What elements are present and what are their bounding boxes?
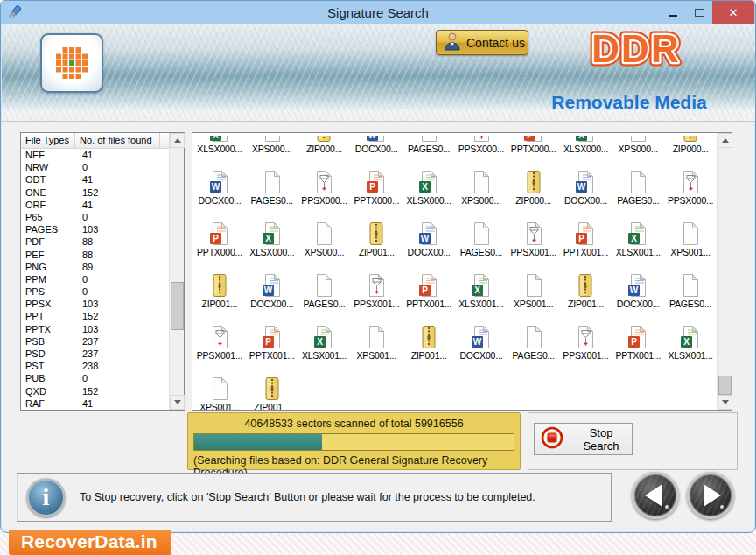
table-row: NEF41 — [21, 149, 169, 161]
file-item-ppsx[interactable]: PPSX000... — [298, 154, 351, 206]
file-item-pages[interactable]: PAGES0... — [298, 257, 351, 309]
file-item-xps[interactable]: XPS000... — [298, 206, 351, 257]
table-row: P650 — [21, 211, 169, 223]
file-item-label: XPS001... — [670, 247, 710, 257]
file-item-pages[interactable]: PAGES0... — [664, 257, 717, 309]
column-files-found[interactable]: No. of files found — [75, 133, 160, 149]
file-item-docx[interactable]: WDOCX00... — [612, 257, 664, 309]
file-item-label: ZIP000... — [515, 195, 551, 206]
file-item-xps[interactable]: XPS001... — [664, 206, 717, 257]
file-item-pptx[interactable]: PPPTX000... — [350, 154, 402, 206]
file-item-pptx[interactable]: PPPTX001... — [612, 309, 664, 361]
file-item-pptx[interactable]: PPPTX000... — [508, 133, 560, 154]
file-item-zip[interactable]: ZIP001... — [560, 257, 612, 309]
file-item-label: ZIP001... — [568, 299, 604, 309]
stop-search-button[interactable]: Stop Search — [534, 423, 633, 455]
file-item-label: PPTX001... — [564, 247, 609, 257]
docx-file-icon: W — [209, 166, 230, 194]
file-item-xlsx[interactable]: XXLSX001... — [664, 309, 717, 361]
file-item-docx[interactable]: WDOCX00... — [350, 133, 402, 154]
file-item-xps[interactable]: XPS001... — [193, 361, 246, 410]
contact-us-button[interactable]: Contact us — [436, 30, 528, 55]
file-item-xps[interactable]: XPS000... — [246, 133, 298, 154]
minimize-button[interactable] — [660, 1, 686, 24]
file-item-pptx[interactable]: PPPTX000... — [193, 206, 246, 257]
file-item-xps[interactable]: XPS000... — [455, 154, 508, 206]
file-item-xlsx[interactable]: XXLSX001... — [455, 257, 508, 309]
scrollbar-thumb[interactable] — [171, 282, 184, 330]
file-item-xlsx[interactable]: XXLSX001... — [298, 309, 351, 361]
files-found-cell: 152 — [75, 186, 160, 199]
file-item-docx[interactable]: WDOCX00... — [193, 154, 246, 206]
back-button[interactable] — [632, 472, 679, 519]
file-item-xps[interactable]: XPS000... — [612, 133, 664, 154]
file-item-pages[interactable]: PAGES0... — [455, 206, 508, 257]
scroll-down-icon[interactable] — [718, 395, 732, 410]
xps-file-icon — [471, 166, 492, 194]
file-item-pages[interactable]: PAGES0... — [402, 133, 455, 154]
file-item-zip[interactable]: ZIP000... — [298, 133, 351, 154]
zip-file-icon — [262, 373, 283, 401]
file-item-label: DOCX00... — [250, 299, 293, 309]
file-item-pages[interactable]: PAGES0... — [246, 154, 298, 206]
stop-search-label: Stop Search — [570, 426, 632, 453]
maximize-button[interactable] — [686, 1, 712, 24]
ppsx-file-icon — [575, 321, 596, 349]
scrollbar-thumb[interactable] — [718, 376, 732, 395]
file-item-xlsx[interactable]: XXLSX000... — [246, 206, 298, 257]
file-item-ppsx[interactable]: PPSX000... — [664, 154, 717, 206]
file-item-zip[interactable]: ZIP001... — [350, 206, 402, 257]
file-type-cell: P65 — [21, 211, 75, 223]
file-item-xps[interactable]: XPS001... — [350, 309, 402, 361]
file-item-pptx[interactable]: PPPTX001... — [560, 206, 612, 257]
file-item-label: PAGES0... — [408, 144, 450, 154]
file-item-ppsx[interactable]: PPSX000... — [455, 133, 508, 154]
file-type-cell: NEF — [21, 149, 75, 161]
scroll-up-icon[interactable] — [170, 133, 185, 148]
progress-panel: 40648533 sectors scanned of total 599165… — [187, 412, 521, 470]
file-item-docx[interactable]: WDOCX00... — [455, 309, 508, 361]
svg-text:X: X — [631, 234, 637, 243]
file-item-pptx[interactable]: PPPTX001... — [246, 309, 298, 361]
file-item-docx[interactable]: WDOCX00... — [560, 154, 612, 206]
file-item-zip[interactable]: ZIP001... — [402, 309, 455, 361]
file-item-zip[interactable]: ZIP001... — [193, 257, 246, 309]
docx-file-icon: W — [366, 136, 387, 143]
close-icon: ✕ — [729, 6, 738, 19]
table-scrollbar[interactable] — [169, 133, 184, 410]
file-type-cell: NRW — [21, 161, 75, 173]
file-item-pages[interactable]: PAGES0... — [612, 154, 664, 206]
file-item-pages[interactable]: PAGES0... — [508, 309, 560, 361]
svg-text:W: W — [421, 234, 430, 243]
files-found-cell: 88 — [75, 249, 160, 261]
forward-button[interactable] — [687, 472, 734, 519]
file-type-cell: PAGES — [21, 223, 75, 235]
file-type-cell: PSD — [21, 348, 75, 360]
grid-scrollbar[interactable] — [717, 133, 732, 410]
file-item-xlsx[interactable]: XXLSX000... — [193, 133, 246, 154]
file-item-ppsx[interactable]: PPSX001... — [350, 257, 402, 309]
file-item-zip[interactable]: ZIP000... — [664, 133, 717, 154]
file-item-xlsx[interactable]: XXLSX001... — [612, 206, 664, 257]
title-bar[interactable]: Signature Search ✕ — [1, 1, 755, 24]
file-item-xps[interactable]: XPS001... — [508, 257, 560, 309]
file-item-label: XPS001... — [200, 402, 239, 410]
file-item-zip[interactable]: ZIP000... — [508, 154, 560, 206]
file-item-docx[interactable]: WDOCX00... — [246, 257, 298, 309]
file-type-cell: PPT — [21, 310, 75, 322]
file-item-label: ZIP001... — [201, 299, 237, 309]
scroll-down-icon[interactable] — [170, 395, 185, 410]
file-item-pptx[interactable]: PPPTX001... — [402, 257, 455, 309]
close-button[interactable]: ✕ — [712, 1, 754, 24]
file-item-ppsx[interactable]: PPSX001... — [508, 206, 560, 257]
file-item-xlsx[interactable]: XXLSX000... — [560, 133, 612, 154]
file-item-docx[interactable]: WDOCX00... — [402, 206, 455, 257]
file-item-zip[interactable]: ZIP001... — [246, 361, 298, 410]
file-item-ppsx[interactable]: PPSX001... — [560, 309, 612, 361]
pages-file-icon — [313, 270, 334, 298]
file-item-xlsx[interactable]: XXLSX000... — [402, 154, 455, 206]
scroll-up-icon[interactable] — [718, 133, 732, 148]
file-item-ppsx[interactable]: PPSX001... — [193, 309, 246, 361]
file-item-label: XLSX001... — [668, 350, 713, 361]
column-file-types[interactable]: File Types — [21, 133, 75, 149]
